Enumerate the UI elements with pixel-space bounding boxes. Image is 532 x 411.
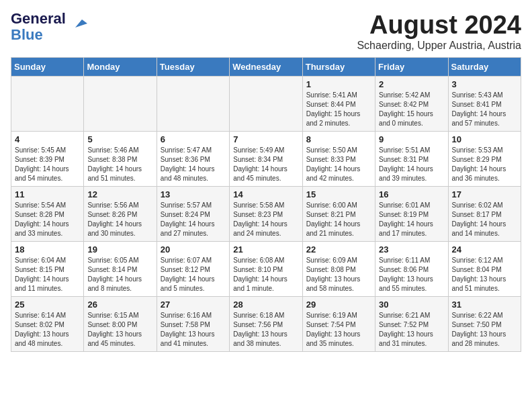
calendar-cell: 15Sunrise: 6:00 AMSunset: 8:21 PMDayligh… bbox=[302, 187, 375, 242]
calendar-cell: 14Sunrise: 5:58 AMSunset: 8:23 PMDayligh… bbox=[230, 187, 302, 242]
week-row-5: 25Sunrise: 6:14 AMSunset: 8:02 PMDayligh… bbox=[11, 297, 521, 352]
day-info: Sunrise: 5:46 AMSunset: 8:38 PMDaylight:… bbox=[87, 146, 152, 183]
svg-marker-0 bbox=[75, 19, 87, 28]
day-info: Sunrise: 6:05 AMSunset: 8:14 PMDaylight:… bbox=[87, 256, 152, 293]
day-number: 12 bbox=[87, 189, 152, 199]
day-info: Sunrise: 6:22 AMSunset: 7:50 PMDaylight:… bbox=[452, 311, 517, 349]
calendar-cell: 30Sunrise: 6:21 AMSunset: 7:52 PMDayligh… bbox=[375, 297, 448, 352]
day-number: 26 bbox=[87, 300, 152, 310]
header: General Blue August 2024 Schaerding, Upp… bbox=[11, 11, 521, 52]
calendar-cell: 6Sunrise: 5:47 AMSunset: 8:36 PMDaylight… bbox=[157, 132, 229, 187]
day-info: Sunrise: 6:16 AMSunset: 7:58 PMDaylight:… bbox=[161, 311, 226, 349]
day-number: 1 bbox=[306, 79, 371, 89]
week-row-1: 1Sunrise: 5:41 AMSunset: 8:44 PMDaylight… bbox=[11, 77, 521, 132]
col-header-thursday: Thursday bbox=[302, 58, 375, 77]
calendar-cell: 20Sunrise: 6:07 AMSunset: 8:12 PMDayligh… bbox=[157, 242, 229, 297]
day-info: Sunrise: 5:42 AMSunset: 8:42 PMDaylight:… bbox=[379, 91, 444, 128]
day-info: Sunrise: 6:09 AMSunset: 8:08 PMDaylight:… bbox=[306, 256, 371, 293]
day-info: Sunrise: 6:01 AMSunset: 8:19 PMDaylight:… bbox=[379, 201, 444, 238]
day-info: Sunrise: 5:56 AMSunset: 8:26 PMDaylight:… bbox=[87, 201, 152, 238]
day-number: 15 bbox=[306, 189, 371, 199]
day-info: Sunrise: 5:43 AMSunset: 8:41 PMDaylight:… bbox=[452, 91, 517, 128]
day-info: Sunrise: 6:14 AMSunset: 8:02 PMDaylight:… bbox=[15, 311, 80, 349]
week-row-2: 4Sunrise: 5:45 AMSunset: 8:39 PMDaylight… bbox=[11, 132, 521, 187]
day-number: 19 bbox=[87, 244, 152, 255]
calendar-cell: 7Sunrise: 5:49 AMSunset: 8:34 PMDaylight… bbox=[230, 132, 302, 187]
calendar-cell: 13Sunrise: 5:57 AMSunset: 8:24 PMDayligh… bbox=[157, 187, 229, 242]
day-number: 10 bbox=[452, 134, 517, 144]
day-info: Sunrise: 6:07 AMSunset: 8:12 PMDaylight:… bbox=[161, 256, 226, 293]
calendar-cell: 12Sunrise: 5:56 AMSunset: 8:26 PMDayligh… bbox=[84, 187, 157, 242]
day-number: 27 bbox=[161, 300, 226, 310]
calendar-cell: 11Sunrise: 5:54 AMSunset: 8:28 PMDayligh… bbox=[11, 187, 84, 242]
day-info: Sunrise: 5:51 AMSunset: 8:31 PMDaylight:… bbox=[379, 146, 444, 183]
calendar-cell: 26Sunrise: 6:15 AMSunset: 8:00 PMDayligh… bbox=[84, 297, 157, 352]
day-number: 24 bbox=[452, 244, 517, 255]
day-number: 16 bbox=[379, 189, 444, 199]
week-row-3: 11Sunrise: 5:54 AMSunset: 8:28 PMDayligh… bbox=[11, 187, 521, 242]
day-info: Sunrise: 6:21 AMSunset: 7:52 PMDaylight:… bbox=[379, 311, 444, 349]
day-info: Sunrise: 6:18 AMSunset: 7:56 PMDaylight:… bbox=[233, 311, 298, 349]
calendar-cell bbox=[11, 77, 84, 132]
day-info: Sunrise: 6:11 AMSunset: 8:06 PMDaylight:… bbox=[379, 256, 444, 293]
day-number: 18 bbox=[15, 244, 80, 255]
day-info: Sunrise: 6:00 AMSunset: 8:21 PMDaylight:… bbox=[306, 201, 371, 238]
calendar-cell: 23Sunrise: 6:11 AMSunset: 8:06 PMDayligh… bbox=[375, 242, 448, 297]
calendar-cell: 21Sunrise: 6:08 AMSunset: 8:10 PMDayligh… bbox=[230, 242, 302, 297]
day-info: Sunrise: 5:49 AMSunset: 8:34 PMDaylight:… bbox=[233, 146, 298, 183]
day-info: Sunrise: 6:02 AMSunset: 8:17 PMDaylight:… bbox=[452, 201, 517, 238]
location-title: Schaerding, Upper Austria, Austria bbox=[357, 40, 521, 52]
day-number: 11 bbox=[15, 189, 80, 199]
week-row-4: 18Sunrise: 6:04 AMSunset: 8:15 PMDayligh… bbox=[11, 242, 521, 297]
day-number: 4 bbox=[15, 134, 80, 144]
calendar-header-row: SundayMondayTuesdayWednesdayThursdayFrid… bbox=[11, 58, 521, 77]
day-info: Sunrise: 6:15 AMSunset: 8:00 PMDaylight:… bbox=[87, 311, 152, 349]
day-info: Sunrise: 6:19 AMSunset: 7:54 PMDaylight:… bbox=[306, 311, 371, 349]
day-number: 20 bbox=[161, 244, 226, 255]
logo-blue: Blue bbox=[11, 26, 43, 43]
day-number: 5 bbox=[87, 134, 152, 144]
calendar-cell: 9Sunrise: 5:51 AMSunset: 8:31 PMDaylight… bbox=[375, 132, 448, 187]
day-number: 6 bbox=[161, 134, 226, 144]
day-number: 9 bbox=[379, 134, 444, 144]
calendar-cell: 17Sunrise: 6:02 AMSunset: 8:17 PMDayligh… bbox=[448, 187, 521, 242]
day-number: 25 bbox=[15, 300, 80, 310]
calendar-cell bbox=[84, 77, 157, 132]
calendar-cell: 29Sunrise: 6:19 AMSunset: 7:54 PMDayligh… bbox=[302, 297, 375, 352]
col-header-saturday: Saturday bbox=[448, 58, 521, 77]
calendar-cell: 16Sunrise: 6:01 AMSunset: 8:19 PMDayligh… bbox=[375, 187, 448, 242]
calendar-cell bbox=[230, 77, 302, 132]
day-number: 23 bbox=[379, 244, 444, 255]
col-header-friday: Friday bbox=[375, 58, 448, 77]
day-number: 14 bbox=[233, 189, 298, 199]
day-number: 7 bbox=[233, 134, 298, 144]
day-number: 29 bbox=[306, 300, 371, 310]
calendar-cell: 3Sunrise: 5:43 AMSunset: 8:41 PMDaylight… bbox=[448, 77, 521, 132]
day-number: 17 bbox=[452, 189, 517, 199]
calendar-cell: 24Sunrise: 6:12 AMSunset: 8:04 PMDayligh… bbox=[448, 242, 521, 297]
logo-text: General Blue bbox=[11, 11, 66, 43]
day-number: 22 bbox=[306, 244, 371, 255]
col-header-tuesday: Tuesday bbox=[157, 58, 229, 77]
title-area: August 2024 Schaerding, Upper Austria, A… bbox=[357, 11, 521, 52]
calendar-cell: 19Sunrise: 6:05 AMSunset: 8:14 PMDayligh… bbox=[84, 242, 157, 297]
day-info: Sunrise: 5:47 AMSunset: 8:36 PMDaylight:… bbox=[161, 146, 226, 183]
day-number: 3 bbox=[452, 79, 517, 89]
day-number: 30 bbox=[379, 300, 444, 310]
calendar-cell: 5Sunrise: 5:46 AMSunset: 8:38 PMDaylight… bbox=[84, 132, 157, 187]
day-info: Sunrise: 5:45 AMSunset: 8:39 PMDaylight:… bbox=[15, 146, 80, 183]
calendar-cell: 28Sunrise: 6:18 AMSunset: 7:56 PMDayligh… bbox=[230, 297, 302, 352]
calendar-cell: 22Sunrise: 6:09 AMSunset: 8:08 PMDayligh… bbox=[302, 242, 375, 297]
day-info: Sunrise: 5:54 AMSunset: 8:28 PMDaylight:… bbox=[15, 201, 80, 238]
day-info: Sunrise: 5:50 AMSunset: 8:33 PMDaylight:… bbox=[306, 146, 371, 183]
day-number: 8 bbox=[306, 134, 371, 144]
day-info: Sunrise: 5:57 AMSunset: 8:24 PMDaylight:… bbox=[161, 201, 226, 238]
col-header-sunday: Sunday bbox=[11, 58, 84, 77]
day-info: Sunrise: 5:53 AMSunset: 8:29 PMDaylight:… bbox=[452, 146, 517, 183]
day-number: 28 bbox=[233, 300, 298, 310]
day-number: 21 bbox=[233, 244, 298, 255]
calendar-cell: 10Sunrise: 5:53 AMSunset: 8:29 PMDayligh… bbox=[448, 132, 521, 187]
calendar-cell: 4Sunrise: 5:45 AMSunset: 8:39 PMDaylight… bbox=[11, 132, 84, 187]
month-title: August 2024 bbox=[357, 11, 521, 40]
day-info: Sunrise: 5:41 AMSunset: 8:44 PMDaylight:… bbox=[306, 91, 371, 128]
